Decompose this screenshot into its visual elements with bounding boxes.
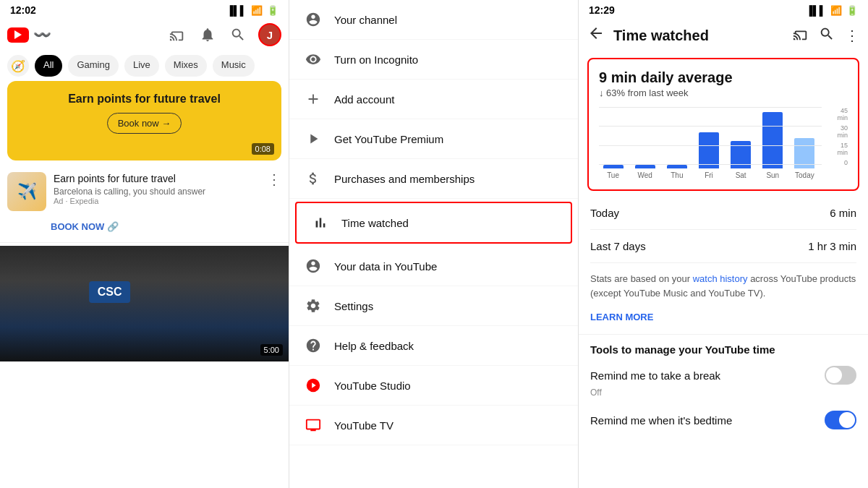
incognito-icon — [304, 50, 323, 69]
menu-label-add-account: Add account — [334, 93, 394, 106]
status-icons-time: ▐▌▌ 📶 🔋 — [806, 5, 858, 16]
status-time-home: 12:02 — [10, 4, 36, 16]
menu-item-your-data[interactable]: Your data in YouTube — [289, 247, 578, 286]
menu-item-incognito[interactable]: Turn on Incognito — [289, 40, 578, 80]
info-text-before: Stats are based on your — [590, 273, 693, 284]
menu-label-help: Help & feedback — [334, 340, 414, 352]
yt-squiggle: 〰️ — [33, 26, 51, 43]
remind-break-label: Remind me to take a break — [590, 369, 720, 382]
menu-item-your-channel[interactable]: Your channel — [289, 0, 578, 40]
tools-divider — [579, 334, 868, 335]
time-watched-header: Time watched ⋮ — [579, 19, 868, 52]
avatar-button[interactable]: J — [258, 23, 281, 46]
more-button[interactable]: ⋮ — [267, 172, 281, 187]
learn-more-link[interactable]: LEARN MORE — [579, 309, 868, 331]
bar-wed-fill — [635, 165, 655, 168]
menu-item-settings[interactable]: Settings — [289, 286, 578, 326]
help-icon — [304, 336, 323, 355]
change-text: ↓ 63% from last week — [599, 87, 689, 98]
remind-bedtime-label: Remind me when it's bedtime — [590, 414, 732, 427]
tv-icon — [304, 416, 323, 435]
remind-bedtime-toggle[interactable] — [825, 411, 856, 429]
menu-label-purchases: Purchases and memberships — [334, 173, 475, 185]
youtube-logo: 〰️ — [7, 26, 51, 43]
menu-item-time-watched[interactable]: Time watched — [295, 202, 572, 244]
menu-label-settings: Settings — [334, 300, 373, 312]
menu-label-premium: Get YouTube Premium — [334, 133, 443, 145]
search-button-3[interactable] — [819, 26, 835, 46]
back-button[interactable] — [587, 25, 605, 46]
bar-sun: Sun — [759, 107, 787, 179]
time-stats: Today 6 min Last 7 days 1 hr 3 min — [579, 197, 868, 263]
bar-today: Today — [791, 107, 819, 179]
book-now-label: BOOK NOW 🔗 — [51, 221, 119, 232]
channel-icon — [304, 10, 323, 29]
bar-sat: Sat — [727, 107, 755, 179]
panel-menu: Your channel Turn on Incognito Add accou… — [289, 0, 579, 488]
status-time-panel3: 12:29 — [589, 4, 615, 16]
menu-label-your-data: Your data in YouTube — [334, 260, 437, 273]
signal-icon: ▐▌▌ — [226, 5, 247, 16]
wifi-icon: 📶 — [251, 5, 263, 16]
menu-label-channel: Your channel — [334, 14, 397, 26]
menu-item-studio[interactable]: YouTube Studio — [289, 366, 578, 406]
ad-banner: Earn points for future travel Book now →… — [7, 81, 281, 160]
bar-tue: Tue — [599, 107, 627, 179]
ad-cta-button[interactable]: Book now → — [107, 113, 182, 134]
time-watched-icon — [311, 213, 330, 232]
remind-break-sub: Off — [579, 388, 868, 403]
menu-item-premium[interactable]: Get YouTube Premium — [289, 119, 578, 159]
yt-logo-icon — [7, 27, 29, 43]
chip-live[interactable]: Live — [124, 55, 159, 77]
video-info: Earn points for future travel Barcelona … — [54, 172, 260, 205]
menu-item-time-inner[interactable]: Time watched — [297, 203, 571, 242]
menu-item-tv[interactable]: YouTube TV — [289, 406, 578, 445]
tools-section-title: Tools to manage your YouTube time — [579, 338, 868, 359]
menu-label-incognito: Turn on Incognito — [334, 53, 418, 66]
bar-tue-fill — [603, 165, 624, 168]
menu-label-tv: YouTube TV — [334, 419, 393, 432]
bar-fri: Fri — [694, 107, 723, 179]
today-stat-row: Today 6 min — [590, 197, 856, 230]
chip-row: 🧭 All Gaming Live Mixes Music — [0, 51, 289, 81]
watch-history-link[interactable]: watch history — [693, 273, 748, 284]
chip-mixes[interactable]: Mixes — [165, 55, 207, 77]
last7-value: 1 hr 3 min — [808, 240, 856, 252]
remind-break-toggle[interactable] — [825, 366, 856, 385]
last7-label: Last 7 days — [590, 240, 646, 252]
street-video-thumb[interactable]: CSC 5:00 — [0, 246, 289, 361]
menu-item-add-account[interactable]: Add account — [289, 80, 578, 119]
search-button[interactable] — [228, 25, 248, 45]
chip-gaming[interactable]: Gaming — [68, 55, 119, 77]
last7-stat-row: Last 7 days 1 hr 3 min — [590, 230, 856, 263]
explore-chip[interactable]: 🧭 — [7, 55, 29, 77]
today-label: Today — [590, 207, 619, 219]
video-subtitle: Barcelona is calling, you should answer — [54, 187, 260, 197]
menu-item-help[interactable]: Help & feedback — [289, 326, 578, 366]
chart-card: 9 min daily average ↓ 63% from last week… — [587, 58, 859, 191]
video-thumb: ✈️ — [7, 172, 46, 211]
menu-item-purchases[interactable]: Purchases and memberships — [289, 159, 578, 199]
bar-thu: Thu — [663, 107, 691, 179]
chip-all[interactable]: All — [35, 55, 62, 77]
panel-time: 12:29 ▐▌▌ 📶 🔋 Time watched ⋮ 9 min daily… — [579, 0, 868, 488]
bar-sun-fill — [762, 112, 783, 168]
notifications-button[interactable] — [197, 25, 218, 45]
chip-music[interactable]: Music — [213, 55, 255, 77]
page-title: Time watched — [613, 27, 784, 44]
ad-banner-text: Earn points for future travel — [68, 93, 221, 106]
wifi-icon-3: 📶 — [830, 5, 842, 16]
menu-label-studio: YouTube Studio — [334, 380, 411, 392]
cast-button-3[interactable] — [793, 26, 809, 46]
bar-fri-fill — [699, 132, 719, 168]
info-text: Stats are based on your watch history ac… — [579, 263, 868, 309]
book-now-button[interactable]: BOOK NOW 🔗 — [51, 220, 281, 234]
bar-today-fill — [794, 138, 814, 168]
menu-label-time-watched: Time watched — [341, 217, 409, 229]
video-ad-card: ✈️ Earn points for future travel Barcelo… — [0, 166, 289, 217]
battery-icon: 🔋 — [267, 5, 278, 16]
more-button-3[interactable]: ⋮ — [845, 27, 859, 44]
remind-bedtime-row: Remind me when it's bedtime — [579, 403, 868, 432]
cast-button[interactable] — [167, 25, 187, 45]
daily-average: 9 min daily average — [599, 69, 848, 86]
